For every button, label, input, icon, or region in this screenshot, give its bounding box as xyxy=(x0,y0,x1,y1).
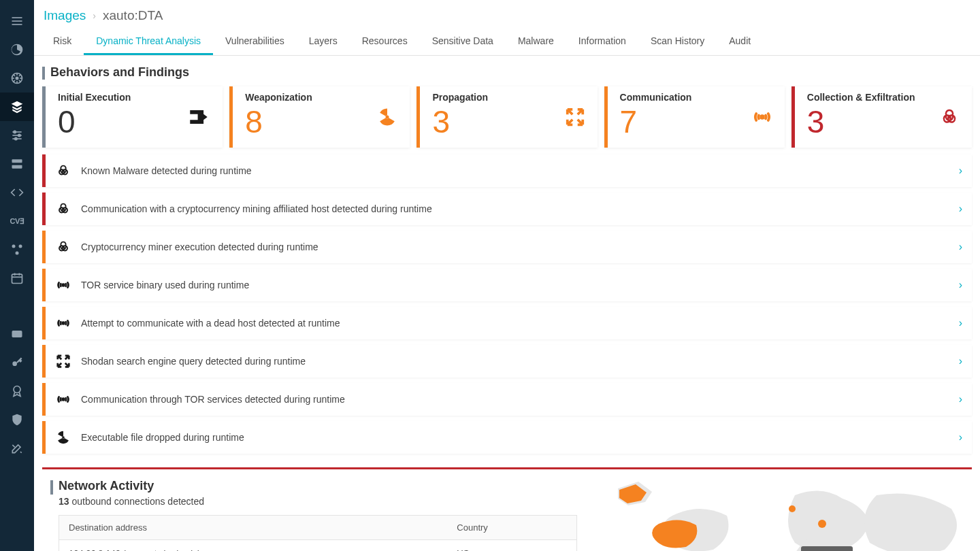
card-title: Initial Execution xyxy=(58,92,131,103)
stat-card-propagation[interactable]: Propagation3 xyxy=(416,86,597,148)
svg-rect-24 xyxy=(12,274,22,283)
tab-dynamic-threat-analysis[interactable]: Dynamic Threat Analysis xyxy=(84,29,213,55)
chevron-right-icon[interactable]: › xyxy=(959,393,962,405)
chevron-right-icon[interactable]: › xyxy=(959,241,962,253)
card-title: Propagation xyxy=(432,92,488,103)
sidebar-layers-icon[interactable] xyxy=(0,93,34,121)
sidebar-dashboard-icon[interactable] xyxy=(0,35,34,64)
finding-row[interactable]: Communication with a cryptocurrency mini… xyxy=(42,193,972,225)
svg-line-11 xyxy=(14,80,15,82)
finding-row[interactable]: Shodan search engine query detected duri… xyxy=(42,345,972,378)
stat-card-collection-exfiltration[interactable]: Collection & Exfiltration3 xyxy=(791,86,972,148)
sidebar-sliders-icon[interactable] xyxy=(0,121,34,150)
svg-point-16 xyxy=(14,131,16,133)
network-count: 13 xyxy=(59,496,69,507)
svg-point-21 xyxy=(12,245,16,248)
tab-scan-history[interactable]: Scan History xyxy=(638,29,717,55)
card-value: 7 xyxy=(620,103,638,140)
svg-point-29 xyxy=(12,361,17,366)
tab-risk[interactable]: Risk xyxy=(41,29,84,55)
svg-point-18 xyxy=(15,137,17,139)
svg-point-31 xyxy=(386,116,389,119)
stat-cards: Initial Execution0Weaponization8Propagat… xyxy=(34,86,980,148)
cell-country: US xyxy=(447,540,576,552)
col-country: Country xyxy=(447,516,576,540)
section-title: Behaviors and Findings xyxy=(34,56,980,86)
chevron-right-icon[interactable]: › xyxy=(959,355,962,367)
finding-row[interactable]: Cryptocurrency miner execution detected … xyxy=(42,231,972,263)
content: Behaviors and Findings Initial Execution… xyxy=(34,56,980,551)
signal-icon xyxy=(55,392,71,407)
chevron-right-icon[interactable]: › xyxy=(959,279,962,291)
sidebar-shield-icon[interactable] xyxy=(0,405,34,434)
svg-point-40 xyxy=(62,436,65,439)
sidebar: CVƎ xyxy=(0,0,34,551)
svg-point-37 xyxy=(63,284,65,286)
svg-point-23 xyxy=(16,252,19,255)
chevron-right-icon[interactable]: › xyxy=(959,431,962,444)
breadcrumb-current: xauto:DTA xyxy=(103,8,163,23)
sidebar-steering-icon[interactable] xyxy=(0,64,34,93)
tab-vulnerabilities[interactable]: Vulnerabilities xyxy=(213,29,297,55)
card-value: 0 xyxy=(58,103,76,140)
tab-information[interactable]: Information xyxy=(566,29,638,55)
chevron-right-icon[interactable]: › xyxy=(959,165,962,177)
card-title: Collection & Exfiltration xyxy=(807,92,915,103)
card-title: Communication xyxy=(620,92,692,103)
svg-point-17 xyxy=(18,134,20,136)
table-row[interactable]: 104.26.8.142 (account.shodan.io)US xyxy=(59,540,577,552)
tab-malware[interactable]: Malware xyxy=(506,29,566,55)
card-value: 3 xyxy=(807,103,825,140)
signal-icon xyxy=(752,107,772,127)
expand-icon xyxy=(565,107,585,127)
stat-card-weaponization[interactable]: Weaponization8 xyxy=(229,86,410,148)
svg-line-12 xyxy=(19,75,20,76)
sidebar-server-icon[interactable] xyxy=(0,150,34,178)
expand-icon xyxy=(55,354,71,369)
map-svg xyxy=(591,475,972,551)
finding-row[interactable]: TOR service binary used during runtime› xyxy=(42,269,972,301)
stat-card-communication[interactable]: Communication7 xyxy=(604,86,785,148)
network-title: Network Activity xyxy=(42,469,577,496)
tab-sensitive-data[interactable]: Sensitive Data xyxy=(420,29,506,55)
sidebar-nodes-icon[interactable] xyxy=(0,235,34,264)
finding-row[interactable]: Executable file dropped during runtime› xyxy=(42,421,972,454)
svg-rect-28 xyxy=(12,331,22,337)
sidebar-key-icon[interactable] xyxy=(0,348,34,377)
finding-text: Known Malware detected during runtime xyxy=(81,165,949,176)
chevron-right-icon[interactable]: › xyxy=(959,317,962,329)
finding-row[interactable]: Communication through TOR services detec… xyxy=(42,383,972,416)
card-value: 8 xyxy=(245,103,263,140)
exec-icon xyxy=(187,105,210,129)
tab-audit[interactable]: Audit xyxy=(717,29,763,55)
finding-text: Attempt to communicate with a dead host … xyxy=(81,318,949,329)
network-sub-suffix: outbound connections detected xyxy=(69,496,205,507)
svg-point-30 xyxy=(14,386,20,393)
sidebar-menu[interactable] xyxy=(0,7,34,35)
radiation-icon xyxy=(55,430,71,445)
sidebar-code-icon[interactable] xyxy=(0,178,34,207)
sidebar-tools-icon[interactable] xyxy=(0,434,34,463)
stat-card-initial-execution[interactable]: Initial Execution0 xyxy=(42,86,223,148)
svg-point-38 xyxy=(63,322,65,324)
map-tooltip: Romania xyxy=(801,546,853,551)
tab-resources[interactable]: Resources xyxy=(350,29,420,55)
svg-point-39 xyxy=(63,399,65,401)
sidebar-card-icon[interactable] xyxy=(0,320,34,348)
finding-text: Executable file dropped during runtime xyxy=(81,432,949,443)
finding-row[interactable]: Known Malware detected during runtime› xyxy=(42,154,972,187)
sidebar-cve-icon[interactable]: CVƎ xyxy=(0,207,34,235)
svg-point-4 xyxy=(16,77,18,79)
finding-row[interactable]: Attempt to communicate with a dead host … xyxy=(42,307,972,339)
findings-list: Known Malware detected during runtime›Co… xyxy=(34,148,980,454)
signal-icon xyxy=(55,316,71,331)
chevron-right-icon[interactable]: › xyxy=(959,203,962,215)
biohazard-icon xyxy=(55,239,71,254)
sidebar-badge-icon[interactable] xyxy=(0,377,34,405)
breadcrumb-root[interactable]: Images xyxy=(44,8,86,23)
svg-rect-20 xyxy=(12,165,22,169)
tab-layers[interactable]: Layers xyxy=(297,29,350,55)
svg-line-10 xyxy=(19,80,20,82)
world-map[interactable]: Romania xyxy=(591,469,972,551)
sidebar-calendar-icon[interactable] xyxy=(0,264,34,293)
